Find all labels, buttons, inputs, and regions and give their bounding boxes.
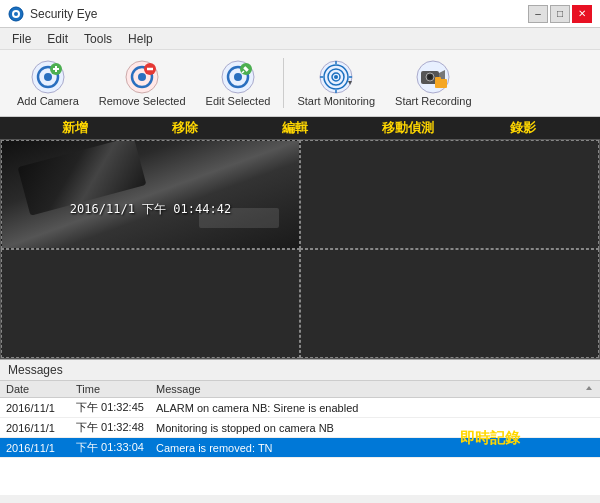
title-bar: Security Eye – □ ✕ xyxy=(0,0,600,28)
remove-selected-button[interactable]: Remove Selected xyxy=(90,54,195,112)
annotation-edit: 編輯 xyxy=(260,119,330,137)
start-monitoring-button[interactable]: Start Monitoring xyxy=(288,54,384,112)
menu-edit[interactable]: Edit xyxy=(39,30,76,48)
edit-selected-button[interactable]: Edit Selected xyxy=(197,54,280,112)
svg-marker-37 xyxy=(586,386,592,390)
camera-feed xyxy=(2,141,299,248)
edit-selected-label: Edit Selected xyxy=(206,95,271,107)
video-cell-topright[interactable] xyxy=(300,140,599,249)
messages-header: Messages xyxy=(0,360,600,381)
start-recording-icon xyxy=(415,59,451,95)
annotation-monitoring: 移動偵測 xyxy=(370,119,445,137)
col-header-time: Time xyxy=(70,381,150,398)
maximize-button[interactable]: □ xyxy=(550,5,570,23)
msg-scroll-col xyxy=(578,418,600,438)
col-header-date: Date xyxy=(0,381,70,398)
msg-time: 下午 01:33:04 xyxy=(70,438,150,458)
svg-rect-36 xyxy=(435,77,441,80)
table-row[interactable]: 2016/11/1 下午 01:32:45 ALARM on camera NB… xyxy=(0,398,600,418)
sort-icon xyxy=(584,383,594,393)
svg-point-16 xyxy=(234,73,242,81)
msg-scroll-col xyxy=(578,398,600,418)
video-cell-bottomleft[interactable]: 多窗格顯示 xyxy=(1,249,300,358)
msg-message: Camera is removed: TN xyxy=(150,438,578,458)
start-monitoring-icon xyxy=(318,59,354,95)
annotation-row: 新增 移除 編輯 移動偵測 錄影 xyxy=(0,117,600,139)
edit-selected-icon xyxy=(220,59,256,95)
add-camera-label: Add Camera xyxy=(17,95,79,107)
msg-scroll-col xyxy=(578,438,600,458)
title-bar-left: Security Eye xyxy=(8,6,97,22)
msg-date: 2016/11/1 xyxy=(0,418,70,438)
svg-point-24 xyxy=(334,75,338,79)
minimize-button[interactable]: – xyxy=(528,5,548,23)
toolbar-separator xyxy=(283,58,284,108)
messages-area: Messages Date Time Message 2016/11/1 下午 … xyxy=(0,359,600,495)
start-monitoring-label: Start Monitoring xyxy=(297,95,375,107)
title-text: Security Eye xyxy=(30,7,97,21)
msg-message: ALARM on camera NB: Sirene is enabled xyxy=(150,398,578,418)
messages-tbody: 2016/11/1 下午 01:32:45 ALARM on camera NB… xyxy=(0,398,600,458)
annotation-add: 新增 xyxy=(40,119,110,137)
msg-time: 下午 01:32:48 xyxy=(70,418,150,438)
msg-date: 2016/11/1 xyxy=(0,438,70,458)
close-button[interactable]: ✕ xyxy=(572,5,592,23)
remove-selected-icon xyxy=(124,59,160,95)
svg-point-5 xyxy=(44,73,52,81)
app-icon xyxy=(8,6,24,22)
video-cell-bottomright[interactable] xyxy=(300,249,599,358)
menu-file[interactable]: File xyxy=(4,30,39,48)
title-controls: – □ ✕ xyxy=(528,5,592,23)
menu-tools[interactable]: Tools xyxy=(76,30,120,48)
svg-point-11 xyxy=(138,73,146,81)
toolbar: Add Camera Remove Selected Edit Selected xyxy=(0,50,600,117)
video-cell-topleft[interactable]: 2016/11/1 下午 01:44:42 xyxy=(1,140,300,249)
add-camera-button[interactable]: Add Camera xyxy=(8,54,88,112)
video-grid: 2016/11/1 下午 01:44:42 多窗格顯示 xyxy=(0,139,600,359)
start-recording-button[interactable]: Start Recording xyxy=(386,54,480,112)
messages-table: Date Time Message 2016/11/1 下午 01:32:45 … xyxy=(0,381,600,458)
svg-rect-35 xyxy=(435,79,447,88)
video-timestamp: 2016/11/1 下午 01:44:42 xyxy=(70,201,231,218)
msg-message: Monitoring is stopped on camera NB xyxy=(150,418,578,438)
col-header-message: Message xyxy=(150,381,578,398)
annotation-recording: 錄影 xyxy=(485,119,560,137)
table-row[interactable]: 2016/11/1 下午 01:33:04 Camera is removed:… xyxy=(0,438,600,458)
menu-bar: File Edit Tools Help xyxy=(0,28,600,50)
add-camera-icon xyxy=(30,59,66,95)
msg-date: 2016/11/1 xyxy=(0,398,70,418)
table-row[interactable]: 2016/11/1 下午 01:32:48 Monitoring is stop… xyxy=(0,418,600,438)
table-header-row: Date Time Message xyxy=(0,381,600,398)
annotation-remove: 移除 xyxy=(150,119,220,137)
menu-help[interactable]: Help xyxy=(120,30,161,48)
col-header-scroll xyxy=(578,381,600,398)
msg-time: 下午 01:32:45 xyxy=(70,398,150,418)
remove-selected-label: Remove Selected xyxy=(99,95,186,107)
start-recording-label: Start Recording xyxy=(395,95,471,107)
svg-point-2 xyxy=(14,12,18,16)
svg-point-34 xyxy=(428,75,432,79)
